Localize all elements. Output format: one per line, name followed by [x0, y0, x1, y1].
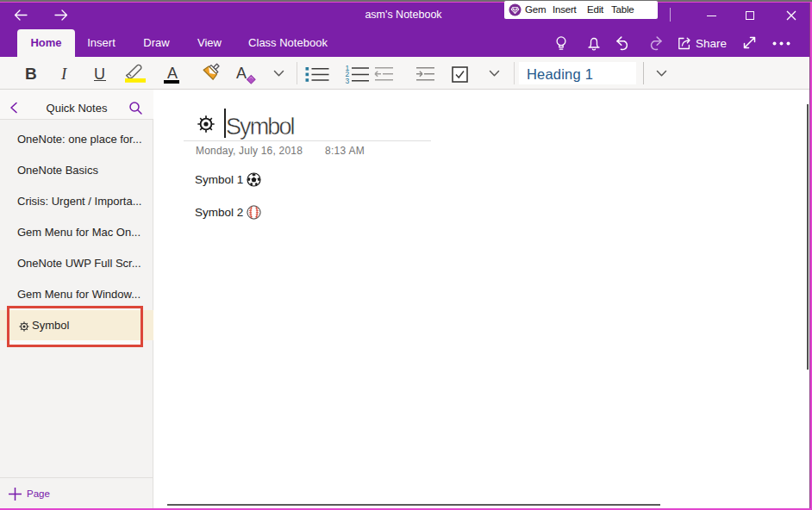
svg-text:3: 3	[346, 77, 350, 84]
